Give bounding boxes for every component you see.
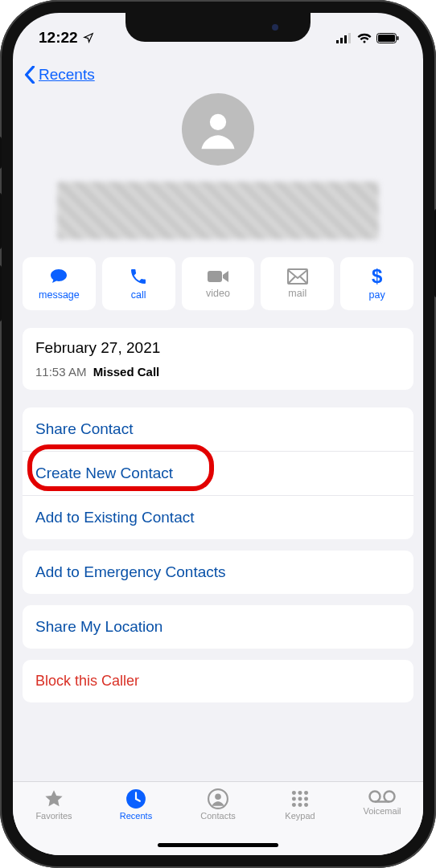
svg-point-13 [292,791,296,795]
call-button[interactable]: call [102,257,175,310]
dollar-icon: $ [372,267,382,286]
person-icon [195,106,241,153]
hw-volume-down [0,265,2,321]
message-icon [48,267,69,286]
call-time: 11:53 AM [35,365,86,379]
tab-keypad[interactable]: Keypad [259,788,341,821]
svg-rect-0 [336,40,339,43]
svg-point-20 [298,803,302,807]
message-button[interactable]: message [23,257,96,310]
cellular-icon [336,33,352,43]
svg-point-7 [210,114,226,130]
phone-icon [129,267,148,286]
tab-recents-label: Recents [120,811,152,821]
block-caller-item[interactable]: Block this Caller [23,660,413,702]
notch [125,13,311,42]
svg-point-12 [215,794,221,800]
mail-label: mail [288,288,306,299]
share-contact-item[interactable]: Share Contact [23,407,413,451]
options-list-2: Add to Emergency Contacts [23,551,413,594]
svg-point-18 [304,797,308,801]
svg-point-21 [304,803,308,807]
tab-contacts-label: Contacts [200,811,235,821]
back-button[interactable]: Recents [24,66,95,84]
tab-favorites-label: Favorites [35,811,72,821]
svg-rect-8 [208,271,222,282]
svg-point-15 [304,791,308,795]
keypad-icon [290,788,311,809]
mail-button[interactable]: mail [261,257,334,310]
tab-voicemail[interactable]: Voicemail [341,788,423,816]
add-emergency-item[interactable]: Add to Emergency Contacts [23,551,413,594]
call-label: call [131,289,146,301]
options-list-1: Share Contact Create New Contact Add to … [23,407,413,539]
hw-volume-up [0,193,2,249]
wifi-icon [357,33,372,43]
svg-point-23 [385,792,395,802]
call-status: Missed Call [93,365,160,379]
video-icon [207,268,229,285]
contact-icon [208,788,228,809]
nav-bar: Recents [13,55,423,90]
call-sub: 11:53 AM Missed Call [35,365,401,379]
share-location-item[interactable]: Share My Location [23,605,413,649]
mail-icon [287,268,308,285]
svg-rect-6 [397,36,399,40]
svg-point-19 [292,803,296,807]
chevron-left-icon [24,66,35,84]
voicemail-icon [368,788,396,805]
video-button[interactable]: video [182,257,255,310]
pay-label: pay [369,289,385,301]
tab-contacts[interactable]: Contacts [177,788,259,821]
avatar [182,93,254,166]
svg-point-16 [292,797,296,801]
phone-frame: 12:22 Recents [0,0,436,868]
tab-recents[interactable]: Recents [95,788,177,821]
svg-rect-3 [348,33,351,43]
svg-rect-2 [344,35,347,43]
contact-name-redacted [57,182,379,240]
action-row: message call video mail $ pay [23,257,413,310]
pay-button[interactable]: $ pay [340,257,413,310]
video-label: video [206,288,230,299]
screen: 12:22 Recents [13,13,423,855]
tab-voicemail-label: Voicemail [363,806,401,816]
back-label: Recents [39,66,95,84]
battery-icon [376,33,399,43]
svg-rect-5 [378,35,395,42]
star-icon [43,788,65,809]
location-icon [83,32,94,43]
svg-point-14 [298,791,302,795]
create-new-contact-item[interactable]: Create New Contact [23,451,413,495]
home-indicator[interactable] [158,843,278,847]
camera-dot [272,24,278,31]
svg-rect-1 [340,38,343,43]
svg-point-22 [370,792,380,802]
options-list-3: Share My Location [23,605,413,649]
clock-icon [125,788,146,809]
call-date: February 27, 2021 [35,339,401,357]
options-list-4: Block this Caller [23,660,413,702]
svg-point-17 [298,797,302,801]
call-detail-card: February 27, 2021 11:53 AM Missed Call [23,328,413,390]
status-time: 12:22 [39,29,78,47]
tab-bar: Favorites Recents Contacts Keypad Voicem… [13,781,423,855]
tab-favorites[interactable]: Favorites [13,788,95,821]
add-existing-contact-item[interactable]: Add to Existing Contact [23,495,413,539]
hw-mute-switch [0,137,2,169]
message-label: message [39,289,80,301]
tab-keypad-label: Keypad [285,811,315,821]
